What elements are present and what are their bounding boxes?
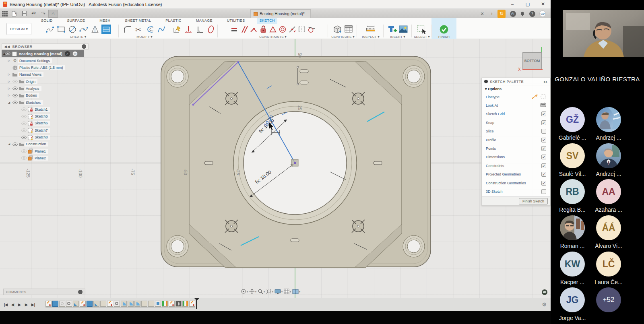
checkbox[interactable]: ✓: [541, 111, 546, 116]
eye-icon[interactable]: [21, 122, 27, 125]
account-avatar[interactable]: GV: [539, 10, 547, 18]
timeline-feature-solidsm[interactable]: [155, 301, 161, 307]
browser-item-plane1[interactable]: Plane1: [2, 148, 89, 155]
presenter-video[interactable]: [563, 10, 644, 57]
app-grid-icon[interactable]: [0, 9, 10, 18]
rectangle-icon[interactable]: [56, 24, 66, 35]
insert-text-icon[interactable]: [387, 24, 397, 35]
eye-icon[interactable]: [12, 142, 18, 146]
coincident-icon[interactable]: [249, 24, 258, 35]
file-icon[interactable]: ▾: [10, 9, 19, 18]
circle-icon[interactable]: [67, 24, 78, 35]
participant-tile[interactable]: Roman ...: [554, 215, 590, 249]
viewports-icon[interactable]: ▾: [292, 289, 300, 294]
ribbon-tab-solid[interactable]: SOLID: [39, 18, 55, 24]
browser-item-sketch5[interactable]: Sketch5: [2, 113, 89, 120]
group-label[interactable]: CONSTRAINTS ▾: [219, 35, 327, 39]
browser-root-item[interactable]: ◢ Bearing Housing (metal) ⌕ ◎: [2, 50, 84, 57]
checkbox[interactable]: ✓: [541, 146, 546, 151]
midpoint-icon[interactable]: [288, 24, 297, 35]
parallel-icon[interactable]: [239, 24, 248, 35]
browser-header[interactable]: ◀◀ BROWSER –: [2, 43, 89, 50]
group-label[interactable]: INSERT ▾: [385, 35, 411, 39]
timeline-feature-fillet[interactable]: [93, 301, 99, 307]
eye-icon[interactable]: [21, 128, 27, 132]
history-icon[interactable]: ◷: [509, 10, 517, 18]
timeline-feature-sketch[interactable]: [45, 301, 52, 307]
group-label[interactable]: CONFIGURE ▾: [330, 35, 356, 39]
finish-check-icon[interactable]: [439, 24, 449, 35]
skip-end-icon[interactable]: ▶|: [30, 303, 37, 307]
cone-icon[interactable]: [90, 24, 100, 35]
eye-icon[interactable]: [21, 136, 27, 139]
browser-item-origin[interactable]: ▷Origin: [2, 78, 89, 85]
fillet-icon[interactable]: [122, 24, 133, 35]
display-settings-icon[interactable]: ▾: [275, 289, 283, 294]
new-tab-icon[interactable]: +: [488, 10, 496, 18]
eye-icon[interactable]: [12, 80, 18, 83]
close-icon[interactable]: ✕: [535, 0, 551, 9]
timeline-feature-filletb[interactable]: [121, 301, 127, 307]
participant-tile[interactable]: Andrzej ...: [590, 107, 627, 141]
gear-icon[interactable]: ⚙: [542, 301, 547, 307]
select-icon[interactable]: [417, 24, 427, 35]
fix-icon[interactable]: [268, 24, 277, 35]
checkbox[interactable]: ✓: [541, 138, 546, 142]
ribbon-tab-surface[interactable]: SURFACE: [65, 18, 88, 24]
eye-icon[interactable]: [12, 101, 18, 104]
participant-tile[interactable]: JGJorge Va...: [554, 287, 590, 321]
timeline-feature-solid[interactable]: [52, 301, 58, 307]
document-tab[interactable]: Bearing Housing (metal)*: [250, 9, 311, 18]
rectangle-active-icon[interactable]: [101, 24, 111, 35]
symmetry-icon[interactable]: [297, 24, 306, 35]
eye-icon[interactable]: [12, 87, 18, 90]
equal-icon[interactable]: [230, 24, 239, 35]
close-tab-icon[interactable]: ✕: [478, 10, 486, 18]
ribbon-tab-manage[interactable]: MANAGE: [194, 18, 215, 24]
timeline-feature-hole[interactable]: [114, 301, 120, 307]
minimize-icon[interactable]: –: [505, 0, 520, 9]
collapse-right-icon[interactable]: ▸▸: [544, 80, 548, 84]
participant-tile[interactable]: ÁÁÁlvaro Vi...: [590, 215, 627, 249]
insert-image-icon[interactable]: [398, 24, 409, 35]
browser-item-sketch8[interactable]: Sketch8: [2, 134, 89, 141]
participant-tile[interactable]: LČLaura Če...: [590, 252, 627, 285]
normal-linetype-icon[interactable]: [541, 94, 546, 100]
timeline-marker[interactable]: [196, 300, 197, 309]
browser-item-sketch6[interactable]: Sketch6: [2, 120, 89, 127]
ribbon-tab-sketch[interactable]: SKETCH: [257, 18, 277, 24]
participant-tile[interactable]: KWKacper ...: [554, 252, 590, 285]
zoom-icon[interactable]: ▾: [258, 289, 265, 294]
browser-item-sketches[interactable]: ◢Sketches: [2, 99, 89, 106]
save-icon[interactable]: [19, 9, 29, 18]
group-label[interactable]: MODIFY ▾: [120, 35, 169, 39]
eye-icon[interactable]: [21, 115, 27, 118]
construction-linetype-icon[interactable]: [532, 94, 538, 100]
configure-icon[interactable]: [332, 24, 343, 35]
target-icon[interactable]: ◎: [72, 51, 78, 56]
fit-icon[interactable]: ▾: [266, 289, 273, 294]
tangent-icon[interactable]: [307, 24, 316, 35]
ribbon-tab-utilities[interactable]: UTILITIES: [225, 18, 248, 24]
participant-tile[interactable]: AAAzahara ...: [590, 179, 627, 213]
spline-icon[interactable]: [78, 24, 89, 35]
measure-icon[interactable]: [365, 24, 376, 35]
ellipse-icon[interactable]: [206, 24, 216, 35]
trim-icon[interactable]: ✂: [134, 24, 144, 35]
expand-closed-icon[interactable]: ▷: [6, 73, 12, 76]
timeline-feature-filletb[interactable]: [134, 301, 140, 307]
timeline-feature-sketch[interactable]: [80, 301, 86, 307]
concentric-icon[interactable]: [278, 24, 287, 35]
model-canvas[interactable]: fx: 10.00 10.00 fx: 10.00: [0, 39, 551, 298]
sketch-dimension-icon[interactable]: [172, 24, 182, 35]
pattern-icon[interactable]: [183, 24, 194, 35]
participant-tile[interactable]: RBRegita B...: [554, 179, 590, 213]
maximize-icon[interactable]: ▢: [520, 0, 535, 9]
collapse-panel-icon[interactable]: ◀◀: [4, 45, 10, 49]
participant-overflow[interactable]: +52: [590, 287, 627, 312]
origin-marker[interactable]: [291, 159, 298, 166]
curve-icon[interactable]: [156, 24, 167, 35]
group-label[interactable]: CREATE ▾: [39, 35, 118, 39]
look-at-icon[interactable]: [540, 103, 546, 108]
checkbox[interactable]: [541, 129, 546, 134]
